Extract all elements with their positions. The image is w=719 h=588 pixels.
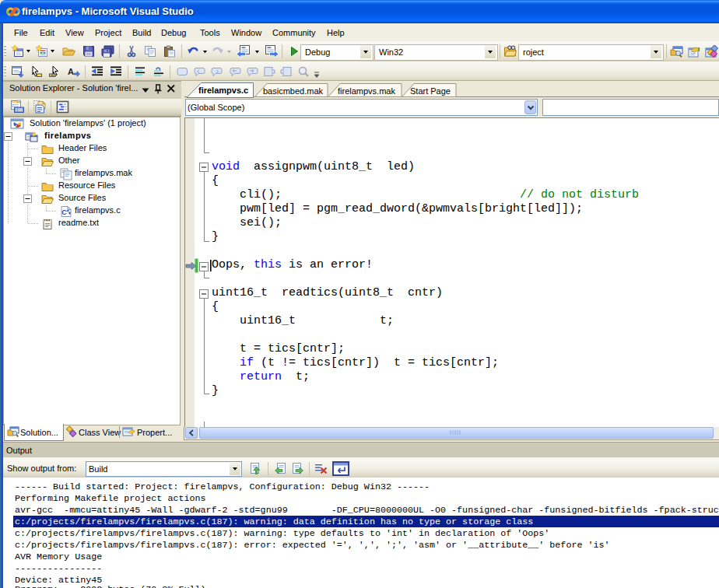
svg-text:C: C (61, 208, 67, 216)
svg-text:A: A (68, 67, 74, 76)
